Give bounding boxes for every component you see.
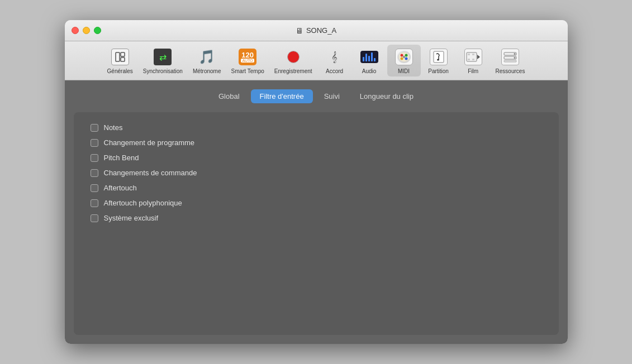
- toolbar-ressources[interactable]: Ressources: [491, 45, 530, 76]
- label-pitchbend: Pitch Bend: [104, 154, 139, 162]
- tempo-icon: 120 AUTO: [237, 47, 258, 67]
- ressources-label: Ressources: [496, 68, 525, 74]
- checkbox-programme[interactable]: [91, 139, 98, 147]
- ressources-icon: [500, 47, 520, 67]
- checkbox-row-programme: Changement de programme: [91, 138, 542, 147]
- sync-label: Synchronisation: [143, 68, 183, 74]
- sync-icon: ⇄: [153, 47, 173, 67]
- svg-point-7: [400, 58, 403, 60]
- accord-label: Accord: [326, 68, 343, 74]
- traffic-lights: [72, 27, 101, 34]
- checkbox-aftertouch-poly[interactable]: [91, 199, 98, 207]
- tab-global[interactable]: Global: [210, 89, 249, 103]
- title-text: SONG_A: [306, 26, 336, 35]
- generales-label: Générales: [107, 68, 133, 74]
- audio-label: Audio: [362, 68, 377, 74]
- checkbox-row-commande: Changements de commande: [91, 169, 542, 177]
- label-commande: Changements de commande: [104, 169, 197, 177]
- window-title: 🖥 SONG_A: [296, 26, 336, 35]
- tempo-label: Smart Tempo: [231, 68, 264, 74]
- svg-rect-21: [504, 60, 516, 62]
- svg-rect-15: [472, 54, 474, 55]
- svg-point-10: [437, 59, 439, 61]
- svg-rect-1: [121, 52, 125, 56]
- audio-icon: [359, 47, 379, 67]
- svg-point-5: [405, 54, 407, 57]
- svg-point-6: [405, 58, 407, 60]
- svg-point-4: [400, 54, 403, 57]
- title-icon: 🖥: [296, 26, 303, 35]
- toolbar-metronome[interactable]: 🎵 Métronome: [188, 45, 226, 76]
- toolbar-midi[interactable]: MIDI: [387, 45, 421, 76]
- tab-filtre[interactable]: Filtre d'entrée: [251, 89, 313, 103]
- svg-point-19: [514, 53, 515, 55]
- partition-label: Partition: [428, 68, 449, 74]
- label-aftertouch: Aftertouch: [104, 184, 137, 192]
- toolbar-partition[interactable]: Partition: [422, 45, 455, 76]
- toolbar-audio[interactable]: Audio: [353, 45, 386, 76]
- content-area: Global Filtre d'entrée Suivi Longueur du…: [65, 80, 568, 344]
- svg-marker-12: [477, 55, 480, 59]
- main-window: 🖥 SONG_A Générales ⇄: [65, 20, 568, 344]
- svg-point-8: [403, 56, 405, 58]
- checkbox-commande[interactable]: [91, 169, 98, 177]
- metro-icon: 🎵: [197, 47, 217, 67]
- checkbox-row-systeme: Système exclusif: [91, 214, 542, 222]
- midi-label: MIDI: [398, 68, 410, 74]
- generales-icon: [110, 47, 130, 67]
- minimize-button[interactable]: [83, 27, 90, 34]
- filter-panel: Notes Changement de programme Pitch Bend…: [74, 112, 559, 335]
- film-label: Film: [468, 68, 478, 74]
- toolbar-smarttempo[interactable]: 120 AUTO Smart Tempo: [226, 45, 268, 76]
- label-systeme: Système exclusif: [104, 214, 159, 222]
- svg-rect-16: [472, 59, 474, 60]
- checkbox-row-pitchbend: Pitch Bend: [91, 154, 542, 162]
- tab-bar: Global Filtre d'entrée Suivi Longueur du…: [210, 89, 422, 103]
- partition-icon: [429, 47, 449, 67]
- toolbar-synchronisation[interactable]: ⇄ Synchronisation: [139, 45, 187, 76]
- titlebar: 🖥 SONG_A: [65, 20, 568, 41]
- tab-suivi[interactable]: Suivi: [315, 89, 349, 103]
- accord-icon: 𝄞: [325, 47, 345, 67]
- toolbar-accord[interactable]: 𝄞 Accord: [318, 45, 351, 76]
- maximize-button[interactable]: [94, 27, 101, 34]
- label-aftertouch-poly: Aftertouch polyphonique: [104, 199, 182, 207]
- svg-point-20: [514, 57, 515, 59]
- checkbox-row-aftertouch-poly: Aftertouch polyphonique: [91, 199, 542, 207]
- film-icon: [463, 47, 483, 67]
- toolbar: Générales ⇄ Synchronisation 🎵 Métronome …: [65, 41, 568, 80]
- svg-rect-14: [468, 59, 470, 60]
- svg-rect-0: [116, 52, 120, 61]
- toolbar-generales[interactable]: Générales: [103, 45, 137, 76]
- toolbar-film[interactable]: Film: [457, 45, 490, 76]
- label-programme: Changement de programme: [104, 138, 195, 147]
- toolbar-enregistrement[interactable]: Enregistrement: [270, 45, 317, 76]
- close-button[interactable]: [72, 27, 79, 34]
- checkbox-systeme[interactable]: [91, 214, 98, 222]
- checkbox-aftertouch[interactable]: [91, 184, 98, 192]
- svg-rect-13: [468, 54, 470, 55]
- checkbox-pitchbend[interactable]: [91, 154, 98, 162]
- record-label: Enregistrement: [274, 68, 312, 74]
- label-notes: Notes: [104, 123, 123, 132]
- midi-icon: [394, 47, 414, 67]
- metro-label: Métronome: [193, 68, 221, 74]
- checkbox-row-notes: Notes: [91, 123, 542, 132]
- svg-rect-2: [121, 58, 125, 61]
- checkbox-row-aftertouch: Aftertouch: [91, 184, 542, 192]
- record-icon: [283, 47, 303, 67]
- tab-longueur[interactable]: Longueur du clip: [351, 89, 422, 103]
- checkbox-notes[interactable]: [91, 124, 98, 132]
